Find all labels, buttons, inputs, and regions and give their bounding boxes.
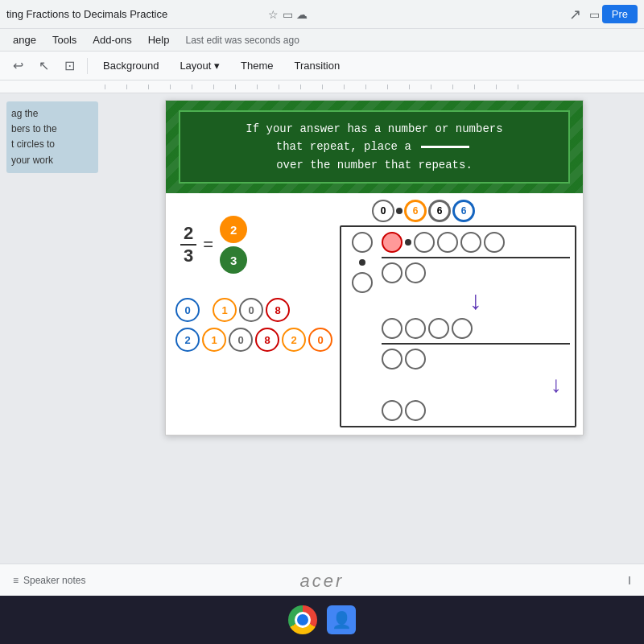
equals-sign: = — [203, 234, 213, 255]
ruler-mark — [170, 85, 192, 89]
chevron-down-icon: ▾ — [211, 60, 220, 72]
num-2-orange[interactable]: 2 — [282, 328, 306, 352]
speaker-notes-label: Speaker notes — [23, 575, 85, 586]
spacer — [202, 298, 210, 322]
num-1-orange[interactable]: 1 — [213, 298, 237, 322]
ruler — [0, 80, 644, 93]
star-icon[interactable]: ☆ — [266, 7, 280, 22]
menu-addons[interactable]: Add-ons — [86, 32, 138, 47]
circle-r2-2 — [405, 262, 426, 283]
empty-circle2 — [437, 232, 458, 253]
ruler-mark — [518, 85, 539, 89]
ruler-mark — [192, 85, 213, 89]
ruler-mark — [474, 85, 496, 89]
chrome-browser-icon[interactable] — [288, 605, 317, 634]
circle-r4-2 — [405, 349, 426, 369]
ruler-mark — [322, 85, 344, 89]
bottom-row2: 2 1 0 8 2 0 — [175, 328, 333, 352]
slide[interactable]: If your answer has a number or numbers t… — [165, 100, 584, 436]
circles-row2 — [382, 262, 570, 283]
menu-help[interactable]: Help — [142, 32, 176, 47]
slideshow-icon[interactable]: ▭ — [280, 7, 295, 22]
top-circle-0: 0 — [372, 200, 394, 222]
bottom-row1: 0 1 0 8 — [175, 298, 333, 322]
ruler-mark — [452, 85, 474, 89]
arrow-container: ↓ — [382, 372, 570, 398]
layout-button[interactable]: Layout ▾ — [171, 57, 229, 74]
slide-left: 2 3 = 2 3 — [172, 200, 333, 428]
fraction-numerator: 2 — [180, 223, 196, 246]
slide-right: 0 6 6 6 — [340, 200, 576, 428]
header-text: If your answer has a number or numbers t… — [192, 120, 557, 174]
division-left — [346, 232, 378, 421]
num-0-orange2[interactable]: 0 — [308, 328, 332, 352]
decimal-dot-top — [396, 208, 402, 214]
circle-2-top: 2 — [220, 216, 247, 243]
ruler-mark — [409, 85, 431, 89]
separator1 — [87, 58, 88, 74]
num-0-gray2[interactable]: 0 — [229, 328, 253, 352]
trend-icon: ↗ — [569, 6, 581, 23]
bottom-numbers: 0 1 0 8 2 1 0 8 — [175, 298, 333, 352]
fraction: 2 3 — [180, 223, 196, 267]
red-circle1 — [382, 232, 402, 253]
ruler-mark — [126, 85, 148, 89]
ruler-mark — [431, 85, 452, 89]
header-box: If your answer has a number or numbers t… — [179, 110, 570, 184]
undo-icon[interactable]: ↩ — [6, 55, 29, 77]
theme-button[interactable]: Theme — [232, 57, 282, 74]
ruler-marks — [0, 85, 644, 89]
slide-header: If your answer has a number or numbers t… — [166, 101, 583, 193]
slide-body: 2 3 = 2 3 — [166, 193, 583, 435]
divider2 — [382, 343, 570, 345]
division-area: ↓ — [340, 225, 576, 427]
last-edit-text: Last edit was seconds ago — [185, 35, 299, 46]
menu-arrange[interactable]: ange — [6, 32, 43, 47]
div-circle-left — [352, 232, 373, 253]
cloud-icon[interactable]: ☁ — [295, 7, 309, 22]
num-8-red[interactable]: 8 — [266, 298, 290, 322]
dash-underline — [421, 146, 469, 148]
cursor-icon[interactable]: ↖ — [32, 55, 55, 77]
left-panel: ag the bers to the t circles to your wor… — [0, 93, 105, 564]
frame-icon[interactable]: ⊡ — [58, 55, 80, 77]
circle-r5-2 — [405, 400, 426, 421]
empty-circle3 — [460, 232, 481, 253]
toolbar: ↩ ↖ ⊡ Background Layout ▾ Theme Transiti… — [0, 52, 644, 80]
top-circles-row: 0 6 6 6 — [372, 200, 576, 222]
title-bar: ting Fractions to Decimals Practice ☆ ▭ … — [0, 0, 644, 29]
num-1-orange2[interactable]: 1 — [202, 328, 226, 352]
num-0-blue[interactable]: 0 — [175, 298, 200, 322]
circles-row3 — [382, 318, 570, 339]
circle-r2-1 — [382, 262, 402, 283]
main-area: ag the bers to the t circles to your wor… — [0, 93, 644, 564]
arrow-down-icon: ↓ — [382, 286, 570, 316]
slide-container[interactable]: If your answer has a number or numbers t… — [105, 93, 644, 564]
ruler-mark — [148, 85, 170, 89]
menu-bar: ange Tools Add-ons Help Last edit was se… — [0, 29, 644, 52]
monitor-icon[interactable]: ▭ — [588, 7, 602, 22]
background-button[interactable]: Background — [94, 57, 167, 74]
num-8-red2[interactable]: 8 — [255, 328, 279, 352]
circle-r4-1 — [382, 349, 402, 369]
present-button[interactable]: Pre — [602, 5, 638, 23]
num-0-gray[interactable]: 0 — [239, 298, 263, 322]
circles-row4 — [382, 349, 570, 369]
circle-r3-2 — [405, 318, 426, 339]
circles-row5 — [382, 400, 570, 421]
ruler-mark — [496, 85, 518, 89]
taskbar: 👤 — [0, 596, 644, 644]
arrow-down-icon2: ↓ — [551, 372, 562, 398]
fraction-section: 2 3 = 2 3 — [180, 216, 333, 274]
document-title: ting Fractions to Decimals Practice — [6, 8, 266, 20]
circles-row1 — [382, 232, 570, 253]
empty-circle4 — [484, 232, 505, 253]
circle-r3-3 — [428, 318, 449, 339]
empty-circle1 — [414, 232, 435, 253]
ruler-mark — [235, 85, 257, 89]
num-2-blue[interactable]: 2 — [175, 328, 200, 352]
menu-tools[interactable]: Tools — [46, 32, 83, 47]
transition-button[interactable]: Transition — [286, 57, 349, 74]
screen: ting Fractions to Decimals Practice ☆ ▭ … — [0, 0, 644, 644]
user-account-icon[interactable]: 👤 — [327, 605, 356, 634]
